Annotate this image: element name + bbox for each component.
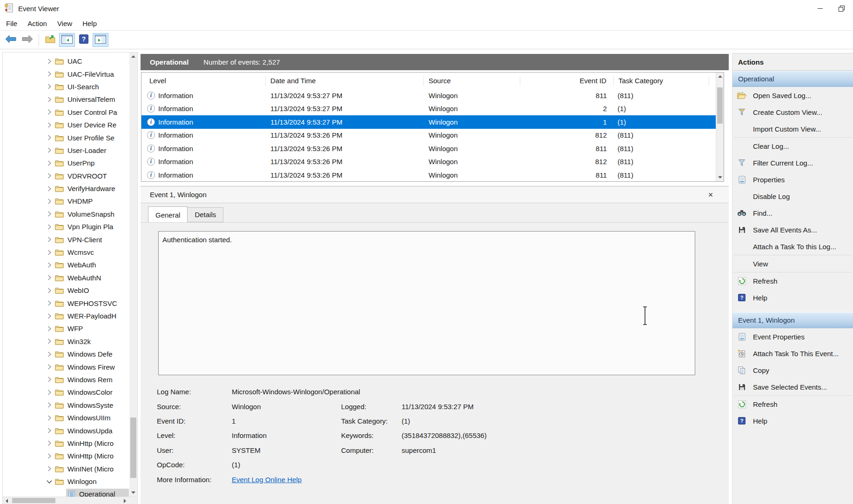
tree-item-windowssyste[interactable]: WindowsSyste (3, 399, 129, 411)
chevron-right-icon[interactable] (46, 402, 53, 408)
tree-item-webauthn[interactable]: WebAuthN (3, 272, 129, 284)
tree-item-verifyhardware[interactable]: VerifyHardware (3, 182, 129, 195)
chevron-right-icon[interactable] (46, 288, 53, 293)
tree-item-user-control-pa[interactable]: User Control Pa (3, 106, 129, 119)
tree-vertical-scrollbar[interactable] (129, 53, 137, 497)
action-clear-log[interactable]: Clear Log... (732, 138, 853, 154)
tree-item-vpn-client[interactable]: VPN-Client (3, 233, 129, 245)
chevron-right-icon[interactable] (46, 211, 53, 217)
table-row[interactable]: iInformation11/13/2024 9:53:27 PMWinlogo… (141, 102, 716, 116)
chevron-right-icon[interactable] (46, 364, 53, 370)
tree-item-wephostsvc[interactable]: WEPHOSTSVC (3, 297, 129, 309)
export-button[interactable] (42, 33, 58, 47)
tree-item-user-device-re[interactable]: User Device Re (3, 119, 129, 131)
help-toolbar-button[interactable]: ? (76, 33, 92, 47)
chevron-right-icon[interactable] (46, 135, 53, 140)
chevron-right-icon[interactable] (46, 147, 53, 153)
action-filter-current-log[interactable]: Filter Current Log... (732, 154, 853, 171)
scroll-up-icon[interactable] (716, 73, 724, 80)
scroll-up-icon[interactable] (129, 53, 137, 60)
scroll-down-icon[interactable] (716, 173, 724, 181)
action-properties[interactable]: Properties (732, 171, 853, 188)
tree-item-uac-filevirtua[interactable]: UAC-FileVirtua (3, 67, 129, 80)
actions-section-header-event-1-winlogon[interactable]: Event 1, Winlogon (732, 312, 853, 328)
tree-item-vhdmp[interactable]: VHDMP (3, 195, 129, 207)
chevron-right-icon[interactable] (46, 59, 53, 64)
table-row[interactable]: iInformation11/13/2024 9:53:26 PMWinlogo… (141, 129, 716, 142)
minimize-button[interactable] (809, 0, 831, 17)
chevron-right-icon[interactable] (46, 466, 53, 471)
table-row[interactable]: iInformation11/13/2024 9:53:26 PMWinlogo… (141, 155, 716, 169)
tree-item-userpnp[interactable]: UserPnp (3, 157, 129, 169)
actions-section-header-operational[interactable]: Operational (732, 71, 853, 87)
tree-item-windows-rem[interactable]: Windows Rem (3, 373, 129, 386)
close-icon[interactable]: × (705, 190, 716, 200)
tree-item-winhttp-micro[interactable]: WinHttp (Micro (3, 437, 129, 450)
action-save-selected-events[interactable]: Save Selected Events... (732, 378, 853, 395)
chevron-down-icon[interactable] (46, 480, 53, 484)
tree-item-user-loader[interactable]: User-Loader (3, 144, 129, 157)
tree-item-webio[interactable]: WebIO (3, 284, 129, 297)
tree-item-volumesnapsh[interactable]: VolumeSnapsh (3, 208, 129, 220)
chevron-right-icon[interactable] (46, 390, 53, 395)
chevron-right-icon[interactable] (46, 160, 53, 166)
event-log-online-help-link[interactable]: Event Log Online Help (232, 476, 302, 484)
action-help[interactable]: ?Help (732, 412, 853, 429)
menu-action[interactable]: Action (22, 18, 52, 29)
chevron-right-icon[interactable] (46, 250, 53, 255)
chevron-right-icon[interactable] (46, 237, 53, 242)
chevron-right-icon[interactable] (46, 351, 53, 357)
tree-item-winhttp-micro[interactable]: WinHttp (Micro (3, 450, 129, 462)
table-row[interactable]: iInformation11/13/2024 9:53:27 PMWinlogo… (141, 115, 716, 129)
forward-button[interactable] (20, 33, 35, 47)
action-view[interactable]: View (732, 255, 853, 272)
column-header-level[interactable]: Level (141, 76, 266, 86)
tree-item-uac[interactable]: UAC (3, 55, 129, 67)
event-message-box[interactable]: Authentication started. (158, 231, 695, 375)
chevron-right-icon[interactable] (46, 84, 53, 89)
tree-item-wfp[interactable]: WFP (3, 322, 129, 335)
action-attach-a-task-to-this-log[interactable]: Attach a Task To this Log... (732, 238, 853, 255)
column-header-event-id[interactable]: Event ID (520, 76, 614, 86)
tree-item-vpn-plugin-pla[interactable]: Vpn Plugin Pla (3, 220, 129, 233)
chevron-right-icon[interactable] (46, 440, 53, 446)
chevron-right-icon[interactable] (46, 275, 53, 280)
action-event-properties[interactable]: Event Properties (732, 328, 853, 345)
scroll-right-icon[interactable] (121, 497, 129, 504)
chevron-right-icon[interactable] (46, 173, 53, 179)
chevron-right-icon[interactable] (46, 415, 53, 421)
chevron-right-icon[interactable] (46, 122, 53, 128)
action-import-custom-view[interactable]: Import Custom View... (732, 120, 853, 137)
tree-item-windows-defe[interactable]: Windows Defe (3, 348, 129, 360)
action-refresh[interactable]: Refresh (732, 272, 853, 289)
chevron-right-icon[interactable] (46, 262, 53, 268)
action-disable-log[interactable]: Disable Log (732, 188, 853, 205)
action-help[interactable]: ?Help (732, 289, 853, 306)
table-row[interactable]: iInformation11/13/2024 9:53:27 PMWinlogo… (141, 89, 716, 102)
menu-file[interactable]: File (1, 18, 22, 29)
tree-item-universaltelem[interactable]: UniversalTelem (3, 93, 129, 106)
tree-item-wininet-micro[interactable]: WinINet (Micro (3, 463, 129, 475)
table-vertical-scrollbar[interactable] (716, 73, 724, 181)
table-row[interactable]: iInformation11/13/2024 9:53:26 PMWinlogo… (141, 168, 716, 181)
tree-item-user-profile-se[interactable]: User Profile Se (3, 131, 129, 144)
table-row[interactable]: iInformation11/13/2024 9:53:26 PMWinlogo… (141, 142, 716, 155)
console-tree-toggle-button[interactable] (59, 33, 75, 47)
tree-horizontal-scrollbar[interactable] (3, 497, 137, 504)
chevron-right-icon[interactable] (46, 71, 53, 77)
tree-item-winlogon[interactable]: Winlogon (3, 475, 129, 488)
tree-item-win32k[interactable]: Win32k (3, 335, 129, 348)
chevron-right-icon[interactable] (46, 97, 53, 102)
tree-item-windowsuiim[interactable]: WindowsUIIm (3, 411, 129, 424)
chevron-right-icon[interactable] (46, 377, 53, 382)
chevron-right-icon[interactable] (46, 224, 53, 230)
tree-item-windowsupda[interactable]: WindowsUpda (3, 424, 129, 437)
action-open-saved-log[interactable]: Open Saved Log... (732, 87, 853, 104)
action-find[interactable]: Find... (732, 205, 853, 221)
tab-general[interactable]: General (148, 206, 188, 222)
tree-item-ui-search[interactable]: UI-Search (3, 80, 129, 93)
tree-hscroll-thumb[interactable] (12, 498, 55, 503)
chevron-right-icon[interactable] (46, 453, 53, 459)
chevron-right-icon[interactable] (46, 428, 53, 433)
table-scroll-thumb[interactable] (717, 87, 723, 124)
